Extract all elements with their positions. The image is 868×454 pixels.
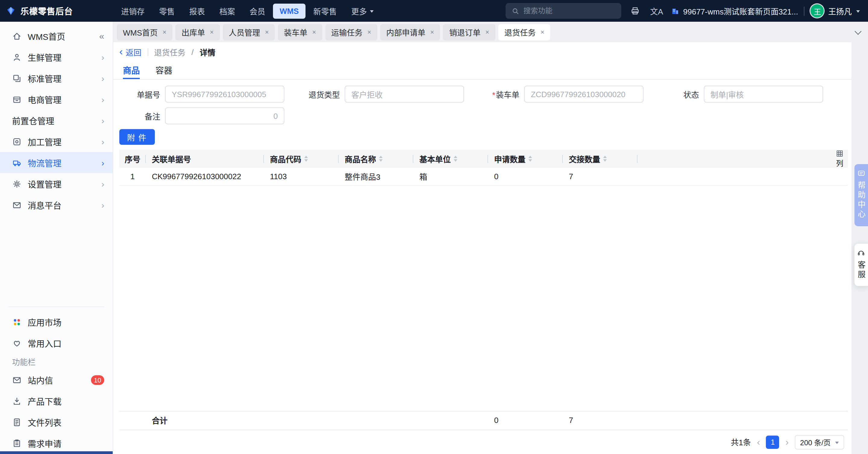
column-header-product-code[interactable]: 商品代码 (264, 150, 339, 168)
sidebar-item-settings[interactable]: 设置管理 › (0, 173, 113, 194)
printer-icon (630, 6, 640, 16)
back-button[interactable]: ‹ 返回 (119, 46, 141, 58)
help-chat-icon (857, 170, 865, 177)
prev-page-button[interactable]: ‹ (757, 437, 760, 447)
column-header-apply-qty[interactable]: 申请数量 (488, 150, 563, 168)
attachment-button[interactable]: 附 件 (119, 129, 155, 145)
table-row[interactable]: 1 CK996779926103000022 1103 整件商品3 箱 0 7 (119, 168, 847, 186)
cell-base-unit: 箱 (413, 168, 488, 185)
cell-product-code: 1103 (264, 168, 339, 185)
customer-service-label: 客服 (855, 261, 867, 280)
tab-internal-request[interactable]: 内部申请单 × (380, 24, 440, 40)
sort-icon[interactable] (454, 155, 457, 162)
nav-item-new-retail[interactable]: 新零售 (307, 2, 343, 20)
close-icon[interactable]: × (430, 29, 434, 36)
loading-order-input[interactable] (524, 86, 644, 103)
close-icon[interactable]: × (540, 29, 545, 36)
tab-wms-home[interactable]: WMS首页 × (117, 24, 172, 40)
customer-service-tab[interactable]: 客服 (854, 244, 868, 286)
nav-item-wms[interactable]: WMS (273, 3, 306, 19)
close-icon[interactable]: × (485, 29, 489, 36)
app-market-icon (12, 317, 22, 327)
nav-item-archives[interactable]: 档案 (213, 2, 242, 20)
print-button[interactable] (627, 3, 643, 19)
home-icon (12, 31, 22, 41)
sidebar-item-label: 消息平台 (28, 199, 61, 211)
tab-sales-return-order[interactable]: 销退订单 × (443, 24, 495, 40)
close-icon[interactable]: × (312, 29, 316, 36)
close-icon[interactable]: × (163, 29, 166, 36)
breadcrumb-divider (147, 48, 148, 56)
breadcrumb-separator: / (191, 47, 193, 56)
next-page-button[interactable]: › (785, 437, 789, 447)
nav-item-purchase-sale[interactable]: 进销存 (115, 2, 151, 20)
column-header-product-name[interactable]: 商品名称 (339, 150, 413, 168)
return-type-input[interactable] (345, 86, 464, 103)
logo[interactable]: 乐檬零售后台 (6, 5, 108, 17)
sidebar-item-inbox[interactable]: 站内信 10 (0, 370, 113, 391)
tab-personnel[interactable]: 人员管理 × (223, 24, 275, 40)
sidebar-item-app-market[interactable]: 应用市场 (0, 312, 113, 333)
close-icon[interactable]: × (367, 29, 371, 36)
column-header-seq: 序号 (119, 150, 146, 168)
open-tabs-strip: WMS首页 × 出库单 × 人员管理 × 装车单 × 运输任务 × (113, 22, 868, 42)
remark-input[interactable] (165, 107, 284, 124)
nav-item-retail[interactable]: 零售 (152, 2, 181, 20)
tab-loading-order[interactable]: 装车单 × (278, 24, 322, 40)
sidebar-item-favorites[interactable]: 常用入口 (0, 333, 113, 354)
total-handover-qty: 7 (563, 411, 638, 429)
sidebar-item-file-list[interactable]: 文件列表 (0, 412, 113, 433)
tab-transport-task[interactable]: 运输任务 × (325, 24, 377, 40)
tenant-switcher[interactable]: 99677-wms测试账套新页面321... (671, 5, 798, 17)
doc-no-input[interactable] (165, 86, 284, 103)
column-header-label: 申请数量 (494, 153, 525, 164)
search-input[interactable] (524, 7, 615, 15)
chevron-down-icon (835, 441, 838, 444)
cell-apply-qty: 0 (488, 168, 563, 185)
close-icon[interactable]: × (210, 29, 214, 36)
sidebar-item-fresh[interactable]: 生鲜管理 › (0, 47, 113, 67)
sidebar-item-logistics[interactable]: 物流管理 › (0, 152, 113, 173)
column-header-label: 商品名称 (345, 153, 376, 164)
sort-icon[interactable] (304, 155, 308, 162)
cell-related-doc: CK996779926103000022 (146, 168, 264, 185)
tenant-name: 99677-wms测试账套新页面321... (683, 5, 798, 17)
topbar-divider (804, 6, 805, 16)
total-code-cell (264, 411, 339, 429)
tab-outbound-order[interactable]: 出库单 × (175, 24, 220, 40)
nav-item-more[interactable]: 更多 (345, 2, 380, 20)
sidebar-item-label: 生鲜管理 (28, 51, 61, 63)
page-size-select[interactable]: 200 条/页 (795, 435, 844, 449)
tabs-overflow-button[interactable] (851, 26, 864, 39)
sidebar-item-standard[interactable]: 标准管理 › (0, 67, 113, 89)
nav-item-reports[interactable]: 报表 (183, 2, 212, 20)
sidebar-item-ecommerce[interactable]: 电商管理 › (0, 89, 113, 110)
tab-return-task[interactable]: 退货任务 × (498, 24, 551, 40)
sort-icon[interactable] (379, 155, 383, 162)
sidebar-collapse-icon[interactable]: « (99, 31, 104, 40)
tab-goods[interactable]: 商品 (123, 61, 140, 79)
cell-handover-qty: 7 (563, 168, 638, 185)
sidebar-item-front-warehouse[interactable]: 前置仓管理 › (0, 110, 113, 131)
sidebar-item-wms-home[interactable]: WMS首页 « (0, 25, 113, 47)
sidebar-item-product-download[interactable]: 产品下载 (0, 391, 113, 412)
sort-icon[interactable] (603, 155, 607, 162)
chevron-right-icon: › (101, 201, 104, 209)
language-button[interactable]: 文A (649, 3, 664, 19)
sort-icon[interactable] (528, 155, 532, 162)
status-input[interactable] (704, 86, 823, 103)
user-menu[interactable]: 王 王扬凡 (811, 4, 860, 18)
close-icon[interactable]: × (265, 29, 269, 36)
column-settings-button[interactable]: 列 (832, 150, 847, 168)
sidebar-item-label: 电商管理 (28, 93, 61, 105)
tab-container[interactable]: 容器 (155, 61, 172, 79)
global-search[interactable] (505, 3, 621, 19)
page-number-button[interactable]: 1 (766, 435, 779, 449)
chevron-right-icon: › (101, 95, 104, 104)
help-center-tab[interactable]: 帮助中心 (854, 164, 868, 226)
nav-item-members[interactable]: 会员 (243, 2, 272, 20)
column-header-handover-qty[interactable]: 交接数量 (563, 150, 638, 168)
sidebar-item-processing[interactable]: 加工管理 › (0, 131, 113, 152)
sidebar-item-message-platform[interactable]: 消息平台 › (0, 194, 113, 216)
column-header-base-unit[interactable]: 基本单位 (413, 150, 488, 168)
